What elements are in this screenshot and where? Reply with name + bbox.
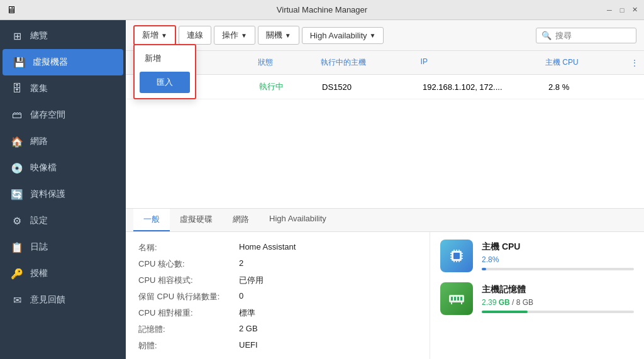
label-cpu-weight: CPU 相對權重: — [138, 307, 239, 319]
detail-row-firmware: 韌體: UEFI — [138, 340, 417, 351]
add-caret-icon: ▼ — [161, 32, 167, 39]
sidebar-item-overview[interactable]: ⊞ 總覽 — [0, 23, 126, 49]
cpu-stat-icon — [440, 240, 473, 272]
sidebar-label-network: 網路 — [30, 136, 48, 147]
svg-rect-16 — [454, 297, 456, 301]
ha-label: High Availability — [310, 31, 367, 40]
dataprotect-icon: 🔄 — [10, 187, 24, 201]
sidebar-item-log[interactable]: 📋 日誌 — [0, 234, 126, 260]
sidebar-label-image: 映像檔 — [30, 162, 57, 174]
tab-vdisk[interactable]: 虛擬硬碟 — [170, 209, 223, 231]
ha-button[interactable]: High Availability ▼ — [302, 27, 384, 44]
network-icon: 🏠 — [10, 135, 24, 148]
memory-stat-card: 主機記憶體 2.39 GB / 8 GB — [440, 282, 634, 315]
search-icon: 🔍 — [541, 31, 552, 40]
cpu-stat-info: 主機 CPU 2.8% — [482, 241, 634, 270]
label-cpu-reserve: 保留 CPU 執行緒數量: — [138, 291, 239, 302]
mem-bar-fill — [482, 311, 528, 313]
window-title: Virtual Machine Manager — [277, 5, 367, 14]
mem-stat-info: 主機記憶體 2.39 GB / 8 GB — [482, 284, 634, 313]
th-more: ⋮ — [625, 55, 644, 70]
mem-stat-name: 主機記憶體 — [482, 284, 634, 295]
row-status: 執行中 — [252, 79, 314, 95]
svg-rect-1 — [453, 253, 460, 259]
search-input[interactable] — [555, 31, 631, 40]
svg-rect-20 — [461, 302, 462, 304]
feedback-icon: ✉ — [10, 293, 24, 307]
detail-properties: 名稱: Home Assistant CPU 核心數: 2 CPU 相容模式: … — [126, 232, 430, 359]
sidebar-item-settings[interactable]: ⚙ 設定 — [0, 207, 126, 234]
th-status: 狀態 — [250, 55, 313, 70]
value-cpu-weight: 標準 — [239, 307, 255, 319]
sidebar-label-log: 日誌 — [30, 241, 48, 253]
shutdown-caret-icon: ▼ — [285, 32, 291, 39]
detail-row-cpu-weight: CPU 相對權重: 標準 — [138, 307, 417, 319]
operate-button[interactable]: 操作 ▼ — [214, 26, 255, 45]
svg-rect-15 — [451, 297, 453, 301]
mem-stat-value: 2.39 GB / 8 GB — [482, 297, 634, 307]
main-layout: ⊞ 總覽 💾 虛擬機器 🗄 叢集 🗃 儲存空間 🏠 網路 💿 映像檔 🔄 資料保… — [0, 20, 644, 359]
operate-caret-icon: ▼ — [241, 32, 247, 39]
sidebar-item-auth[interactable]: 🔑 授權 — [0, 260, 126, 287]
settings-icon: ⚙ — [10, 214, 24, 228]
close-button[interactable]: ✕ — [630, 6, 639, 14]
table-header: 名稱 狀態 執行中的主機 IP 主機 CPU ⋮ — [126, 51, 644, 75]
ha-caret-icon: ▼ — [370, 32, 376, 39]
operate-label: 操作 — [222, 30, 238, 41]
cluster-icon: 🗄 — [10, 82, 24, 96]
cpu-bar-bg — [482, 268, 634, 270]
detail-row-cpu-compat: CPU 相容模式: 已停用 — [138, 275, 417, 286]
cpu-stat-value: 2.8% — [482, 254, 634, 264]
titlebar: 🖥 Virtual Machine Manager ─ □ ✕ — [0, 0, 644, 20]
sidebar-item-image[interactable]: 💿 映像檔 — [0, 155, 126, 181]
search-box[interactable]: 🔍 — [536, 28, 636, 43]
detail-row-cpu-cores: CPU 核心數: 2 — [138, 258, 417, 270]
add-label: 新增 — [142, 30, 158, 41]
th-ip: IP — [413, 55, 538, 70]
tab-general[interactable]: 一般 — [133, 209, 170, 231]
detail-tabs: 一般 虛擬硬碟 網路 High Availability — [126, 209, 644, 232]
th-cpu: 主機 CPU — [538, 55, 625, 70]
table-row[interactable]: Home Assistant 執行中 DS1520 192.168.1.102,… — [126, 75, 644, 99]
svg-rect-18 — [460, 297, 462, 301]
cpu-stat-name: 主機 CPU — [482, 241, 634, 253]
sidebar-item-feedback[interactable]: ✉ 意見回饋 — [0, 287, 126, 313]
shutdown-label: 關機 — [266, 30, 282, 41]
add-button[interactable]: 新增 ▼ — [133, 25, 176, 45]
sidebar-label-auth: 授權 — [30, 268, 48, 279]
svg-rect-17 — [457, 297, 459, 301]
maximize-button[interactable]: □ — [618, 6, 626, 14]
sidebar-label-overview: 總覽 — [30, 30, 48, 41]
label-cpu-cores: CPU 核心數: — [138, 258, 239, 270]
sidebar-item-storage[interactable]: 🗃 儲存空間 — [0, 102, 126, 128]
app-icon: 🖥 — [6, 4, 16, 16]
value-cpu-reserve: 0 — [239, 291, 243, 302]
content-area: 新增 ▼ 新增 匯入 連線 操作 ▼ 關機 ▼ High Availabilit… — [126, 20, 644, 359]
dropdown-new-item[interactable]: 新增 — [135, 48, 195, 69]
sidebar-item-network[interactable]: 🏠 網路 — [0, 128, 126, 155]
mem-stat-icon — [440, 282, 473, 315]
toolbar: 新增 ▼ 新增 匯入 連線 操作 ▼ 關機 ▼ High Availabilit… — [126, 20, 644, 51]
detail-panel: 一般 虛擬硬碟 網路 High Availability 名稱: Home As… — [126, 208, 644, 359]
storage-icon: 🗃 — [10, 108, 24, 122]
sidebar-item-dataprotect[interactable]: 🔄 資料保護 — [0, 181, 126, 207]
tab-network[interactable]: 網路 — [223, 209, 259, 231]
detail-row-name: 名稱: Home Assistant — [138, 242, 417, 253]
tab-ha[interactable]: High Availability — [259, 209, 336, 231]
detail-content: 名稱: Home Assistant CPU 核心數: 2 CPU 相容模式: … — [126, 232, 644, 359]
shutdown-button[interactable]: 關機 ▼ — [258, 26, 299, 45]
minimize-button[interactable]: ─ — [605, 6, 614, 14]
sidebar-label-storage: 儲存空間 — [30, 109, 65, 121]
cpu-bar-fill — [482, 268, 486, 270]
detail-row-memory: 記憶體: 2 GB — [138, 324, 417, 335]
sidebar-label-feedback: 意見回饋 — [30, 294, 65, 306]
label-memory: 記憶體: — [138, 324, 239, 335]
vm-table: 名稱 狀態 執行中的主機 IP 主機 CPU ⋮ Home Assistant … — [126, 51, 644, 208]
sidebar-item-cluster[interactable]: 🗄 叢集 — [0, 75, 126, 102]
connect-button[interactable]: 連線 — [179, 26, 211, 45]
mem-bar-bg — [482, 311, 634, 313]
sidebar-item-vm[interactable]: 💾 虛擬機器 — [3, 49, 123, 75]
label-cpu-compat: CPU 相容模式: — [138, 275, 239, 286]
dropdown-import-item[interactable]: 匯入 — [140, 72, 190, 93]
window-controls: ─ □ ✕ — [605, 6, 639, 14]
